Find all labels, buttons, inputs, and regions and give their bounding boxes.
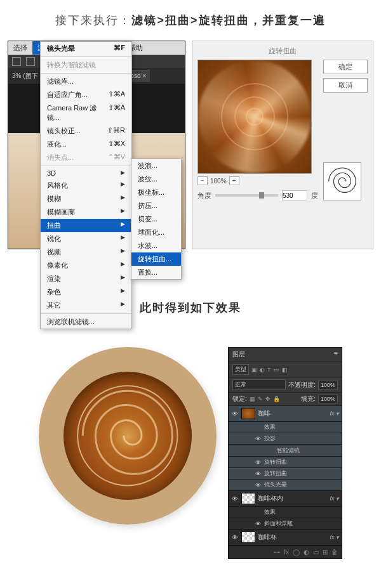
visibility-icon[interactable]: 👁 bbox=[231, 534, 239, 541]
menu-选择[interactable]: 选择 bbox=[8, 41, 32, 55]
menu-item-渲染[interactable]: 渲染▶ bbox=[41, 272, 131, 285]
ok-button[interactable]: 确定 bbox=[323, 60, 368, 74]
lock-trans-icon[interactable]: ▦ bbox=[250, 396, 255, 402]
group-icon[interactable]: ▭ bbox=[313, 549, 319, 556]
layer-thumb bbox=[241, 493, 255, 504]
menu-item-锐化[interactable]: 锐化▶ bbox=[41, 232, 131, 245]
layers-panel: 图层 ≡ 类型 ▣ ◐ T ▭ ◧ 正常 不透明度: 100% 锁定: bbox=[228, 347, 342, 559]
link-icon[interactable]: ⊶ bbox=[274, 549, 280, 556]
panel-menu-icon[interactable]: ≡ bbox=[334, 350, 338, 359]
trash-icon[interactable]: 🗑 bbox=[331, 549, 338, 556]
filter-menu-dropdown: 镜头光晕⌘F转换为智能滤镜滤镜库...自适应广角...⇧⌘ACamera Raw… bbox=[40, 41, 132, 329]
menu-item[interactable]: 自适应广角...⇧⌘A bbox=[41, 88, 131, 101]
filter-shape-icon[interactable]: ▭ bbox=[274, 367, 279, 373]
angle-slider[interactable] bbox=[215, 194, 278, 197]
lock-pixel-icon[interactable]: ✎ bbox=[258, 396, 263, 402]
submenu-item[interactable]: 切变... bbox=[131, 212, 181, 226]
panel-title: 图层 bbox=[232, 350, 245, 359]
menu-item[interactable]: Camera Raw 滤镜...⇧⌘A bbox=[41, 101, 131, 124]
menu-item[interactable]: 滤镜库... bbox=[41, 75, 131, 88]
menu-item-模糊[interactable]: 模糊▶ bbox=[41, 192, 131, 206]
photoshop-window: 选择滤镜3D视图窗口帮助 3D 模式: ▾ 3% (图下 转换为智能滤镜/CMY… bbox=[8, 41, 185, 249]
layer-effect[interactable]: 效果 bbox=[229, 422, 342, 433]
zoom-out-button[interactable]: − bbox=[197, 176, 208, 185]
menu-item-视频[interactable]: 视频▶ bbox=[41, 245, 131, 259]
distort-submenu: 波浪...波纹...极坐标...挤压...切变...球面化...水波...旋转扭… bbox=[131, 159, 182, 280]
layer-thumb bbox=[241, 408, 255, 419]
layer-row[interactable]: 👁咖啡杯内fx ▾ bbox=[229, 491, 342, 507]
layer-effect[interactable]: 👁斜面和浮雕 bbox=[229, 518, 342, 530]
spiral-thumbnail-icon bbox=[323, 162, 361, 200]
menu-item-风格化[interactable]: 风格化▶ bbox=[41, 179, 131, 192]
zoom-in-button[interactable]: + bbox=[229, 176, 239, 185]
visibility-icon[interactable]: 👁 bbox=[231, 410, 239, 417]
layer-row[interactable]: 👁咖啡杯fx ▾ bbox=[229, 530, 342, 546]
submenu-item[interactable]: 旋转扭曲... bbox=[131, 252, 181, 266]
visibility-icon[interactable]: 👁 bbox=[231, 495, 239, 502]
dialog-title: 旋转扭曲 bbox=[197, 46, 368, 60]
layer-row[interactable]: 👁咖啡fx ▾ bbox=[229, 406, 342, 422]
tool-icon bbox=[12, 57, 21, 66]
preview-image bbox=[197, 60, 312, 174]
layer-effect[interactable]: 👁镜头光晕 bbox=[229, 480, 342, 491]
angle-label: 角度 bbox=[197, 191, 211, 200]
twirl-dialog: 旋转扭曲 − 100% + 角度 bbox=[192, 41, 373, 249]
layer-effect[interactable]: 👁旋转扭曲 bbox=[229, 468, 342, 480]
menu-item[interactable]: 液化...⇧⌘X bbox=[41, 138, 131, 151]
zoom-value: 100% bbox=[210, 178, 227, 185]
menu-item[interactable]: 镜头光晕⌘F bbox=[41, 42, 131, 55]
svg-point-0 bbox=[77, 386, 177, 485]
submenu-item[interactable]: 球面化... bbox=[131, 226, 181, 239]
submenu-item[interactable]: 挤压... bbox=[131, 199, 181, 212]
menu-item-杂色[interactable]: 杂色▶ bbox=[41, 285, 131, 299]
menu-item[interactable]: 浏览联机滤镜... bbox=[41, 315, 131, 329]
menu-item-3D[interactable]: 3D▶ bbox=[41, 167, 131, 179]
filter-pixel-icon[interactable]: ▣ bbox=[251, 367, 257, 373]
new-layer-icon[interactable]: ⊞ bbox=[323, 549, 328, 556]
submenu-item[interactable]: 水波... bbox=[131, 239, 181, 252]
kind-filter[interactable]: 类型 bbox=[232, 364, 249, 375]
menu-item-模糊画廊[interactable]: 模糊画廊▶ bbox=[41, 206, 131, 219]
menu-item-其它[interactable]: 其它▶ bbox=[41, 299, 131, 312]
submenu-item[interactable]: 置换... bbox=[131, 266, 181, 279]
blend-mode-select[interactable]: 正常 bbox=[232, 379, 286, 390]
fill-input[interactable]: 100% bbox=[318, 395, 338, 403]
layer-effect[interactable]: 👁投影 bbox=[229, 433, 342, 445]
tool-icon bbox=[26, 57, 35, 66]
adjust-icon[interactable]: ◐ bbox=[304, 549, 309, 556]
coffee-result-image bbox=[39, 347, 217, 525]
submenu-item[interactable]: 波浪... bbox=[131, 159, 181, 173]
lock-pos-icon[interactable]: ✥ bbox=[265, 396, 271, 402]
layer-effect[interactable]: 效果 bbox=[229, 507, 342, 518]
mask-icon[interactable]: ◯ bbox=[293, 549, 300, 556]
lock-all-icon[interactable]: 🔒 bbox=[273, 396, 280, 402]
fx-icon[interactable]: fx bbox=[284, 549, 289, 556]
submenu-item[interactable]: 波纹... bbox=[131, 173, 181, 186]
filter-smart-icon[interactable]: ◧ bbox=[282, 367, 288, 373]
layers-footer: ⊶ fx ◯ ◐ ▭ ⊞ 🗑 bbox=[229, 546, 342, 558]
menu-item[interactable]: 镜头校正...⇧⌘R bbox=[41, 124, 131, 138]
layer-effect[interactable]: 👁旋转扭曲 bbox=[229, 457, 342, 468]
layer-effect[interactable]: 智能滤镜 bbox=[229, 445, 342, 457]
menu-item[interactable]: 消失点...⌃⌘V bbox=[41, 151, 131, 164]
submenu-item[interactable]: 极坐标... bbox=[131, 186, 181, 199]
menu-item[interactable]: 转换为智能滤镜 bbox=[41, 58, 131, 72]
instruction-caption-1: 接下来执行：滤镜>扭曲>旋转扭曲，并重复一遍 bbox=[0, 13, 381, 28]
layer-thumb bbox=[241, 532, 255, 543]
menu-item-像素化[interactable]: 像素化▶ bbox=[41, 259, 131, 272]
filter-type-icon[interactable]: T bbox=[267, 367, 271, 373]
angle-input[interactable] bbox=[282, 190, 307, 200]
menu-item-扭曲[interactable]: 扭曲▶ bbox=[41, 219, 131, 232]
opacity-input[interactable]: 100% bbox=[318, 381, 338, 389]
cancel-button[interactable]: 取消 bbox=[323, 78, 368, 93]
filter-adjust-icon[interactable]: ◐ bbox=[260, 367, 265, 373]
